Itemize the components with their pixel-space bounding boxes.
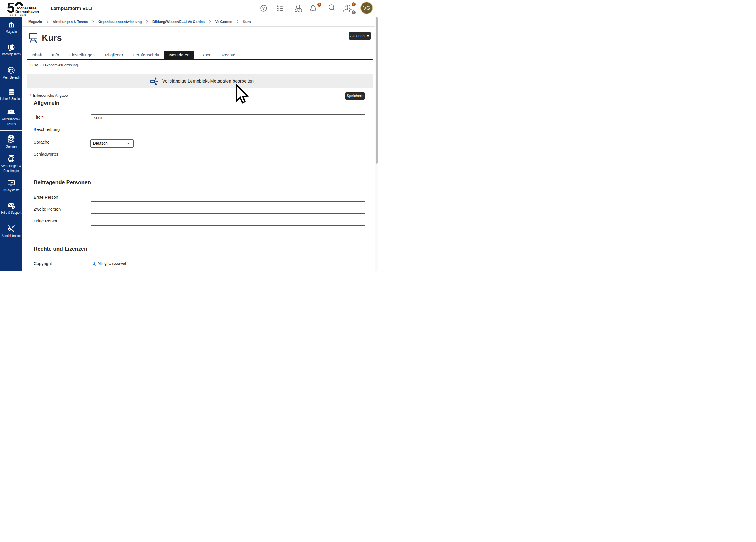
svg-text:Bremerhaven: Bremerhaven <box>15 10 39 14</box>
svg-text:?: ? <box>263 6 265 10</box>
svg-text:1975 – 2025: 1975 – 2025 <box>10 14 27 16</box>
svg-text:?: ? <box>12 206 14 209</box>
